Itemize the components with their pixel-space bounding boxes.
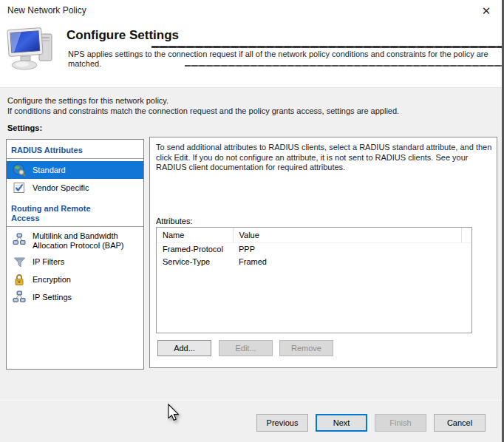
encryption-lock-icon [13,273,26,286]
edit-button: Edit... [219,340,273,356]
sidebar-item-ip-settings[interactable]: IP Settings [7,288,143,306]
page-title: Configure Settings [67,28,179,43]
next-button[interactable]: Next [316,414,367,432]
sidebar-item-label: Standard [33,166,124,175]
sidebar-item-label: IP Settings [33,293,124,302]
window-title: New Network Policy [7,5,86,16]
new-network-policy-dialog: New Network Policy ✕ Configure Settings … [0,0,504,442]
add-button[interactable]: Add... [157,340,211,356]
remove-button: Remove [279,340,333,356]
sidebar-item-vendor-specific[interactable]: Vendor Specific [7,179,143,197]
attributes-table: Name Value Framed-Protocol PPP Service-T… [157,228,472,268]
close-icon[interactable]: ✕ [478,3,494,19]
sidebar-group-label: Routing and Remote Access [11,204,107,223]
attributes-table-container: Name Value Framed-Protocol PPP Service-T… [156,227,472,333]
table-row[interactable]: Framed-Protocol PPP [157,243,472,256]
vendor-specific-icon [13,181,26,194]
sidebar-item-label: Vendor Specific [33,183,124,193]
mouse-cursor [168,404,180,421]
sidebar-item-multilink-bap[interactable]: Multilink and Bandwidth Allocation Proto… [7,229,143,253]
attributes-table-header: Name Value [157,228,472,243]
column-header-name[interactable]: Name [157,228,233,243]
ip-filters-icon [13,255,26,268]
attribute-value-cell[interactable]: Framed [233,256,461,268]
sidebar-item-label: IP Filters [33,257,124,267]
column-header-filler [461,228,472,243]
sidebar-item-ip-filters[interactable]: IP Filters [7,253,143,271]
sidebar-group-label: RADIUS Attributes [11,146,107,155]
sidebar-item-standard[interactable]: Standard [7,161,143,179]
column-header-value[interactable]: Value [233,228,461,243]
standard-attributes-panel: To send additional attributes to RADIUS … [149,137,497,368]
body-instruction-line2: If conditions and constraints match the … [7,106,399,115]
table-row[interactable]: Service-Type Framed [157,256,472,268]
scanline-artifact-bottom [185,65,502,67]
finish-button: Finish [375,414,426,432]
cancel-button[interactable]: Cancel [434,414,486,432]
ip-settings-network-icon [13,290,26,304]
computer-icon [4,25,59,74]
body-instruction-line1: Configure the settings for this network … [7,96,168,105]
sidebar-group-radius-attributes: RADIUS Attributes [7,144,143,159]
scanline-artifact-top [151,46,502,48]
settings-sidebar: RADIUS Attributes Standard [6,139,144,370]
sidebar-group-routing-remote-access: Routing and Remote Access [7,203,143,227]
footer-separator [0,400,504,401]
attribute-name-cell[interactable]: Framed-Protocol [157,243,233,256]
sidebar-item-encryption[interactable]: Encryption [7,271,143,288]
panel-description: To send additional attributes to RADIUS … [156,143,492,173]
standard-attribute-icon [13,163,26,177]
sidebar-item-label: Encryption [33,275,124,285]
sidebar-item-label: Multilink and Bandwidth Allocation Proto… [33,231,124,251]
previous-button[interactable]: Previous [256,414,308,432]
attributes-label: Attributes: [156,217,193,225]
attribute-name-cell[interactable]: Service-Type [157,256,233,268]
multilink-network-icon [13,233,26,246]
settings-label: Settings: [7,123,42,132]
attribute-value-cell[interactable]: PPP [233,243,461,256]
